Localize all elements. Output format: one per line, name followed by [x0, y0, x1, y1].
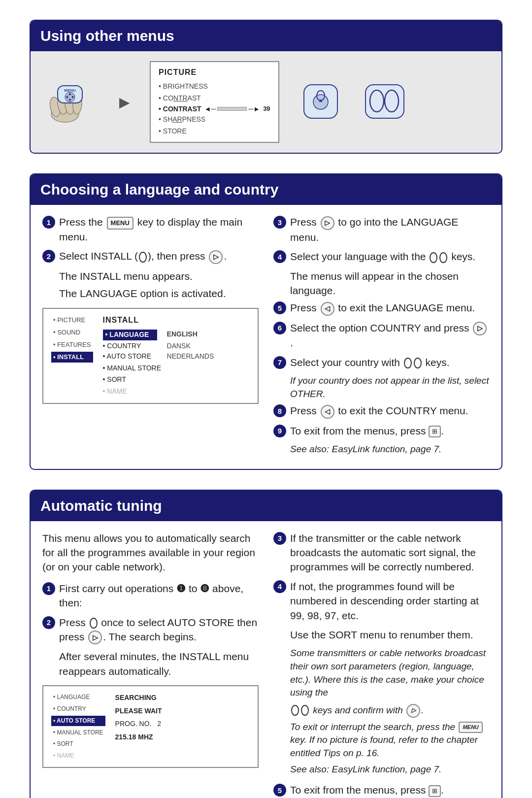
auto-italic1: Some transmitters or cable networks broa… [290, 647, 490, 699]
step1-num: 1 [42, 216, 55, 229]
step7-text: Select your country with keys. [290, 355, 490, 369]
auto-italic4: See also: EasyLink function, page 7. [290, 763, 490, 776]
step4-indent: The menus will appear in the chosen lang… [290, 269, 490, 298]
svg-point-20 [139, 252, 146, 262]
auto-step2-text: Press once to select AUTO STORE then pre… [59, 615, 259, 645]
step2-indent2: The LANGUAGE option is activated. [59, 286, 259, 300]
svg-point-25 [90, 618, 97, 628]
step8-text: Press ◁ to exit the COUNTRY menu. [290, 403, 490, 418]
autotuning-right: 3 If the transmitter or the cable networ… [273, 531, 490, 798]
picture-menu-box: PICTURE • BRIGHTNESS • CONTRAST • CONTRA… [150, 61, 279, 143]
auto-step3-num: 3 [273, 532, 286, 545]
arrow-icon: ▶ [119, 93, 130, 112]
svg-point-21 [430, 253, 437, 263]
svg-point-22 [440, 253, 447, 263]
using-other-menus-title: Using other menus [31, 21, 501, 51]
choosing-language-section: Choosing a language and country 1 Press … [30, 173, 502, 469]
install-menu-content: INSTALL • LANGUAGE ENGLISH • COUNTRY DAN… [103, 315, 250, 398]
auto-step2-indent: After several minutes, the INSTALL menu … [59, 649, 259, 678]
auto-step5-text: To exit from the menus, press ⊞. [290, 783, 490, 797]
step1-text: Press the MENU key to display the main m… [59, 215, 259, 244]
autotuning-intro: This menu allows you to automatically se… [42, 531, 259, 574]
auto-step1-text: First carry out operations ❶ to ❽ above,… [59, 581, 259, 610]
svg-point-26 [292, 705, 299, 715]
auto-step4-text: If not, the programmes found will be num… [290, 579, 490, 623]
step9-num: 9 [273, 425, 286, 437]
autostore-diagram: • LANGUAGE • COUNTRY • AUTO STORE • MANU… [42, 685, 259, 768]
step5-num: 5 [273, 301, 286, 314]
svg-point-24 [414, 358, 421, 368]
step2-text: Select INSTALL (), then press ▷. [59, 249, 259, 264]
step6-num: 6 [273, 322, 286, 334]
step9-indent: See also: EasyLink function, page 7. [290, 443, 490, 456]
choosing-language-left: 1 Press the MENU key to display the main… [42, 215, 259, 459]
step4-text: Select your language with the keys. [290, 249, 490, 264]
auto-italic2: keys and confirm with ▷. [290, 702, 490, 718]
auto-italic3: To exit or interrupt the search, press t… [290, 721, 490, 760]
step3-num: 3 [273, 216, 286, 229]
step7-indent: If your country does not appear in the l… [290, 374, 490, 400]
remote-circle-icon [299, 82, 343, 122]
install-diagram: • PICTURE • SOUND • FEATURES • INSTALL I… [42, 308, 259, 404]
remote-oval-icon [363, 82, 407, 122]
install-sidebar: • PICTURE • SOUND • FEATURES • INSTALL [51, 315, 93, 398]
automatic-tuning-title: Automatic tuning [31, 491, 501, 521]
step8-num: 8 [273, 404, 286, 417]
auto-step3-text: If the transmitter or the cable network … [290, 531, 490, 574]
step7-num: 7 [273, 356, 286, 369]
step3-text: Press ▷ to go into the LANGUAGE menu. [290, 215, 490, 244]
svg-point-23 [404, 358, 411, 368]
autostore-right: SEARCHING PLEASE WAIT PROG. NO. 2 215.18… [115, 692, 179, 761]
step4-num: 4 [273, 250, 286, 263]
using-menus-illustration: MENU ▶ PICTURE • BRIGHTNESS • CONTRAST •… [31, 51, 501, 153]
auto-step5-num: 5 [273, 784, 286, 797]
autostore-sidebar: • LANGUAGE • COUNTRY • AUTO STORE • MANU… [51, 692, 105, 761]
hand-remote-icon: MENU [45, 80, 100, 124]
autotuning-left: This menu allows you to automatically se… [42, 531, 259, 798]
auto-step1-num: 1 [42, 582, 55, 595]
step9-text: To exit from the menus, press ⊞. [290, 424, 490, 438]
step5-text: Press ◁ to exit the LANGUAGE menu. [290, 300, 490, 315]
svg-point-27 [301, 705, 308, 715]
step6-text: Select the option COUNTRY and press ▷. [290, 321, 490, 350]
auto-step2-num: 2 [42, 616, 55, 629]
automatic-tuning-section: Automatic tuning This menu allows you to… [30, 490, 502, 798]
choosing-language-title: Choosing a language and country [31, 174, 501, 205]
step2-num: 2 [42, 250, 55, 263]
auto-step4-num: 4 [273, 580, 286, 593]
step2-indent1: The INSTALL menu appears. [59, 269, 259, 283]
choosing-language-right: 3 Press ▷ to go into the LANGUAGE menu. … [273, 215, 490, 459]
auto-sort-text: Use the SORT menu to renumber them. [290, 628, 490, 642]
using-other-menus-section: Using other menus MENU [30, 20, 502, 154]
